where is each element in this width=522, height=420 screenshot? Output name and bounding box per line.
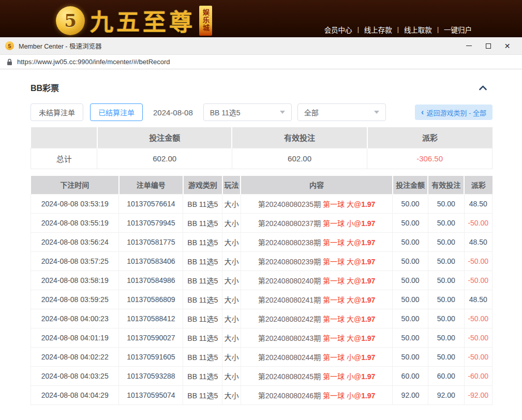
bet-period: 第202408080243期 xyxy=(258,334,323,342)
bet-content: 第202408080235期 第一球 大@1.97 xyxy=(241,194,392,214)
bet-odds: 1.97 xyxy=(361,372,375,381)
bet-time: 2024-08-08 03:56:24 xyxy=(31,233,119,252)
filter-row: 未结算注单 已结算注单 2024-08-08 BB 11选5 全部 ‹ 返回游戏… xyxy=(31,103,493,121)
bet-id: 101370576614 xyxy=(119,194,183,214)
nav-member-center[interactable]: 会员中心 xyxy=(324,24,352,35)
date-picker[interactable]: 2024-08-08 xyxy=(153,108,193,117)
settled-bets-button[interactable]: 已结算注单 xyxy=(90,103,143,121)
col-header-payout: 派彩 xyxy=(464,176,492,194)
browser-titlebar: 5 Member Center - 极速浏览器 ✕ xyxy=(0,37,522,55)
bet-payout: 48.50 xyxy=(464,290,492,309)
bet-game-type: BB 11选5 xyxy=(183,252,222,271)
bet-play-type: 大小 xyxy=(222,271,241,290)
bet-valid-amount: 50.00 xyxy=(428,233,464,252)
bet-content: 第202408080241期 第一球 大@1.97 xyxy=(241,290,392,309)
bet-period: 第202408080238期 xyxy=(258,238,323,247)
unsettled-bets-button[interactable]: 未结算注单 xyxy=(31,103,83,121)
logo-badge: 娱乐城 xyxy=(199,6,212,36)
chevron-down-icon xyxy=(280,111,285,114)
bet-amount: 50.00 xyxy=(393,214,428,233)
bet-content: 第202408080239期 第一球 大@1.97 xyxy=(241,252,392,271)
bet-valid-amount: 50.00 xyxy=(428,214,464,233)
game-type-select[interactable]: BB 11选5 xyxy=(203,103,292,121)
bet-time: 2024-08-08 04:02:22 xyxy=(31,348,119,367)
bet-game-type: BB 11选5 xyxy=(183,271,222,290)
bet-record-row: 2024-08-08 04:00:23101370588412BB 11选5大小… xyxy=(31,309,493,328)
bet-valid-amount: 92.00 xyxy=(428,386,464,405)
bet-payout: -50.00 xyxy=(464,271,492,290)
col-header-content: 内容 xyxy=(241,176,392,194)
bet-game-type: BB 11选5 xyxy=(183,328,222,348)
bet-play-type: 大小 xyxy=(222,214,241,233)
nav-online-deposit[interactable]: 线上存款 xyxy=(364,24,392,35)
scope-select[interactable]: 全部 xyxy=(297,103,386,121)
col-header-bet-id: 注单编号 xyxy=(119,176,183,194)
collapse-chevron-up-icon[interactable] xyxy=(479,85,487,91)
bet-play-type: 大小 xyxy=(222,252,241,271)
bet-id: 101370591605 xyxy=(119,348,183,367)
window-controls: ✕ xyxy=(459,37,517,55)
bet-pick: 第一球 大@ xyxy=(323,296,361,304)
bet-payout: -50.00 xyxy=(464,309,492,328)
url-text[interactable]: https://www.jw05.cc:9900/infe/mcenter/#/… xyxy=(17,58,170,66)
nav-one-key-transfer[interactable]: 一键归户 xyxy=(444,24,472,35)
bet-odds: 1.97 xyxy=(361,238,375,247)
bet-game-type: BB 11选5 xyxy=(183,367,222,386)
bet-period: 第202408080240期 xyxy=(258,277,323,285)
back-to-game-category-button[interactable]: ‹ 返回游戏类别 - 全部 xyxy=(415,104,493,120)
bet-record-row: 2024-08-08 04:04:29101370595074BB 11选5大小… xyxy=(31,386,493,405)
back-button-label: 返回游戏类别 - 全部 xyxy=(426,108,486,117)
summary-header-bet-amount: 投注金额 xyxy=(97,127,232,148)
bet-period: 第202408080235期 xyxy=(258,200,323,208)
bet-amount: 50.00 xyxy=(393,271,428,290)
bet-payout: -50.00 xyxy=(464,214,492,233)
bet-period: 第202408080241期 xyxy=(258,296,323,304)
col-header-bet-amount: 投注金额 xyxy=(393,176,428,194)
col-header-play-type: 玩法 xyxy=(222,176,241,194)
page-title: BB彩票 xyxy=(31,81,59,94)
bet-table-header-row: 下注时间 注单编号 游戏类别 玩法 内容 投注金额 有效投注 派彩 xyxy=(31,176,493,194)
summary-table: 投注金额 有效投注 派彩 总计 602.00 602.00 -306.50 xyxy=(31,127,493,169)
bet-id: 101370588412 xyxy=(119,309,183,328)
bet-odds: 1.97 xyxy=(361,277,375,285)
bet-pick: 第一球 大@ xyxy=(323,277,361,285)
summary-valid-bet: 602.00 xyxy=(232,148,367,169)
site-header: 5 九五至尊 娱乐城 会员中心 | 线上存款 | 线上取款 | 一键归户 xyxy=(0,0,522,37)
bet-game-type: BB 11选5 xyxy=(183,290,222,309)
bet-payout: 48.50 xyxy=(464,233,492,252)
minimize-button[interactable] xyxy=(459,37,479,55)
bet-pick: 第一球 大@ xyxy=(323,334,361,342)
close-button[interactable]: ✕ xyxy=(498,37,517,55)
maximize-button[interactable] xyxy=(479,37,498,55)
bet-amount: 60.00 xyxy=(393,367,428,386)
bet-id: 101370595074 xyxy=(119,386,183,405)
summary-payout: -306.50 xyxy=(367,148,493,169)
bet-odds: 1.97 xyxy=(361,258,375,266)
chevron-down-icon xyxy=(374,111,379,114)
bet-id: 101370590027 xyxy=(119,328,183,348)
bet-game-type: BB 11选5 xyxy=(183,233,222,252)
bet-time: 2024-08-08 03:58:19 xyxy=(31,271,119,290)
bet-valid-amount: 50.00 xyxy=(428,290,464,309)
bet-content: 第202408080238期 第一球 大@1.97 xyxy=(241,233,392,252)
col-header-bet-time: 下注时间 xyxy=(31,176,119,194)
bet-play-type: 大小 xyxy=(222,194,241,214)
bet-content: 第202408080246期 第一球 小@1.97 xyxy=(241,386,392,405)
bet-record-row: 2024-08-08 04:01:19101370590027BB 11选5大小… xyxy=(31,328,493,348)
bet-content: 第202408080245期 第一球 小@1.97 xyxy=(241,367,392,386)
bet-pick: 第一球 小@ xyxy=(323,392,361,400)
bet-play-type: 大小 xyxy=(222,367,241,386)
bet-amount: 50.00 xyxy=(393,194,428,214)
bet-id: 101370586809 xyxy=(119,290,183,309)
bet-play-type: 大小 xyxy=(222,290,241,309)
bet-period: 第202408080242期 xyxy=(258,315,323,323)
browser-urlbar[interactable]: https://www.jw05.cc:9900/infe/mcenter/#/… xyxy=(0,55,522,69)
top-nav: 会员中心 | 线上存款 | 线上取款 | 一键归户 xyxy=(324,24,472,35)
nav-online-withdraw[interactable]: 线上取款 xyxy=(404,24,432,35)
lock-icon xyxy=(7,58,12,66)
bet-valid-amount: 60.00 xyxy=(428,367,464,386)
bet-odds: 1.97 xyxy=(361,296,375,304)
bet-amount: 50.00 xyxy=(393,252,428,271)
summary-total-row: 总计 602.00 602.00 -306.50 xyxy=(31,148,493,169)
bet-amount: 50.00 xyxy=(393,290,428,309)
